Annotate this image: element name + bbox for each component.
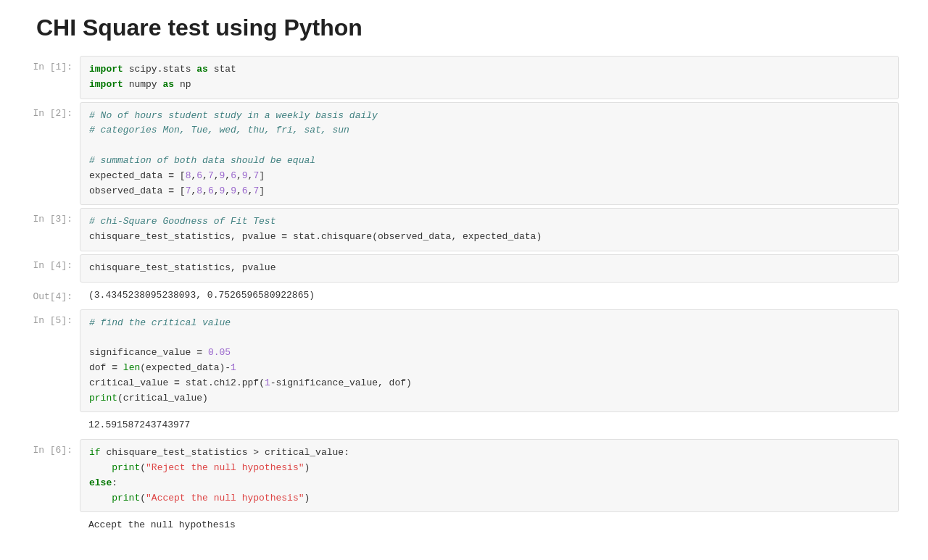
- cell-content-in5[interactable]: # find the critical value significance_v…: [80, 309, 899, 413]
- cell-label-in1: In [1]:: [29, 56, 80, 72]
- cell-in3: In [3]:# chi-Square Goodness of Fit Test…: [29, 208, 899, 251]
- cell-in4: In [4]:chisquare_test_statistics, pvalue: [29, 254, 899, 283]
- plain-output-content-out6: Accept the null hypothesis: [80, 515, 899, 536]
- cell-in1: In [1]:import scipy.stats as statimport …: [29, 56, 899, 99]
- cell-content-in4[interactable]: chisquare_test_statistics, pvalue: [80, 254, 899, 283]
- plain-output-row-out5: 12.591587243743977: [29, 415, 899, 436]
- notebook: In [1]:import scipy.stats as statimport …: [29, 56, 899, 536]
- cell-in6: In [6]:if chisquare_test_statistics > cr…: [29, 439, 899, 512]
- output-label-out4: Out[4]:: [29, 285, 80, 302]
- plain-output-row-out6: Accept the null hypothesis: [29, 515, 899, 536]
- cell-in5: In [5]:# find the critical value signifi…: [29, 309, 899, 413]
- cell-label-in5: In [5]:: [29, 309, 80, 326]
- cell-content-in3[interactable]: # chi-Square Goodness of Fit Testchisqua…: [80, 208, 899, 251]
- cell-label-in3: In [3]:: [29, 208, 80, 225]
- cell-label-in4: In [4]:: [29, 254, 80, 271]
- output-content-out4: (3.4345238095238093, 0.7526596580922865): [80, 285, 899, 306]
- cell-in2: In [2]:# No of hours student study in a …: [29, 102, 899, 206]
- cell-label-in6: In [6]:: [29, 439, 80, 456]
- cell-content-in6[interactable]: if chisquare_test_statistics > critical_…: [80, 439, 899, 512]
- page-title: CHI Square test using Python: [29, 14, 899, 41]
- cell-content-in1[interactable]: import scipy.stats as statimport numpy a…: [80, 56, 899, 99]
- plain-output-content-out5: 12.591587243743977: [80, 415, 899, 436]
- cell-content-in2[interactable]: # No of hours student study in a weekly …: [80, 102, 899, 206]
- cell-label-in2: In [2]:: [29, 102, 80, 119]
- output-row-out4: Out[4]:(3.4345238095238093, 0.7526596580…: [29, 285, 899, 306]
